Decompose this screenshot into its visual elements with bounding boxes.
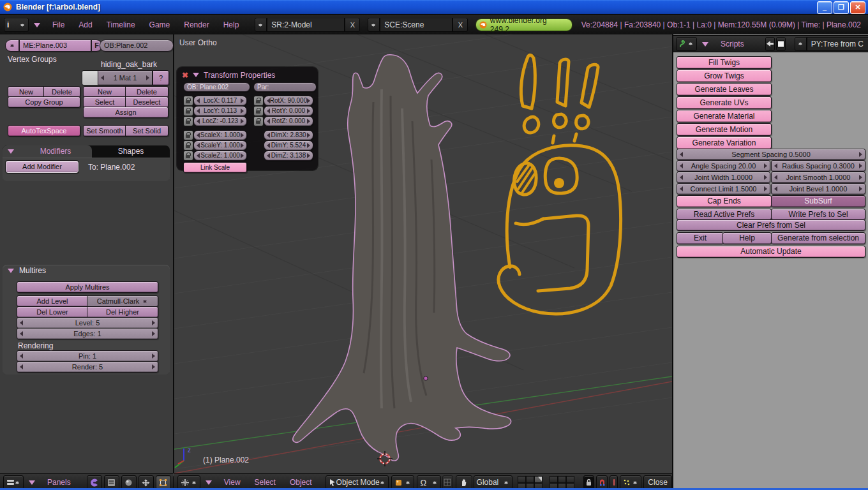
mesh-name-field[interactable]: ME:Plane.003 [19, 40, 91, 52]
multires-panel-header[interactable]: Multires [3, 265, 170, 276]
segment-spacing-slider[interactable]: Segment Spacing 0.5000 [677, 149, 865, 160]
transform-properties-panel[interactable]: ✖ Transform Properties OB: Plane.002 Par… [177, 67, 318, 170]
collapse-triangle-icon[interactable] [29, 480, 35, 488]
roty-slider[interactable]: RotY: 0.000 [264, 106, 313, 116]
screen-name-field[interactable]: SR:2-Model [267, 18, 345, 32]
locy-slider[interactable]: LocY: 0.113 [193, 106, 247, 116]
tab-modifiers[interactable]: Modifiers [19, 145, 92, 158]
slider-left-arrow-icon[interactable] [20, 353, 23, 359]
editor-type-button[interactable] [3, 475, 24, 489]
minimize-button[interactable]: _ [817, 1, 832, 14]
falloff-icon[interactable] [442, 475, 453, 489]
scene-close-button[interactable]: X [453, 18, 468, 32]
editing-buttons-icon[interactable] [156, 475, 171, 489]
slider-right-arrow-icon[interactable] [152, 353, 155, 359]
panel-close-icon[interactable]: ✖ [182, 71, 188, 80]
generate-leaves-button[interactable]: Generate Leaves [677, 83, 772, 96]
render-slider[interactable]: Render: 5 [17, 361, 158, 373]
rotz-slider[interactable]: RotZ: 0.000 [264, 116, 313, 126]
menu-add[interactable]: Add [79, 20, 92, 29]
material-index-slider[interactable]: 1 Mat 1 [98, 70, 153, 85]
proportional-edit-dropdown[interactable]: Ω [417, 475, 440, 489]
logic-buttons-icon[interactable] [87, 475, 102, 489]
mode-dropdown[interactable]: Object Mode [326, 475, 389, 489]
lock-icon[interactable] [183, 106, 193, 116]
assign-button[interactable]: Assign [83, 107, 168, 118]
draw-type-dropdown[interactable] [391, 475, 414, 489]
window-type-button[interactable]: i [4, 18, 29, 32]
apply-multires-button[interactable]: Apply Multires [17, 281, 158, 293]
add-modifier-button[interactable]: Add Modifier [6, 161, 79, 173]
copy-group-button[interactable]: Copy Group [8, 96, 80, 108]
grow-twigs-button[interactable]: Grow Twigs [677, 70, 772, 82]
menu-game[interactable]: Game [149, 20, 170, 29]
link-scale-button[interactable]: Link Scale [183, 162, 247, 173]
radius-spacing-slider[interactable]: Radius Spacing 0.3000 [771, 160, 865, 172]
manipulator-hand-icon[interactable] [456, 475, 472, 489]
lock-icon[interactable] [253, 96, 264, 106]
joint-smooth-slider[interactable]: Joint Smooth 1.0000 [771, 172, 865, 183]
scripts-window[interactable]: Scripts PY:Tree from C Fill Twigs Grow T… [672, 34, 868, 490]
lock-icon[interactable] [253, 116, 264, 126]
angle-spacing-slider[interactable]: Angle Spacing 20.00 [677, 160, 770, 172]
transform-par-field[interactable]: Par: [253, 82, 317, 92]
panel-collapse-button[interactable] [3, 145, 19, 158]
generate-variation-button[interactable]: Generate Variation [677, 137, 772, 149]
menu-file[interactable]: File [52, 20, 64, 29]
particle-dots-dropdown[interactable] [620, 475, 641, 489]
connect-limit-slider[interactable]: Connect Limit 1.5000 [677, 183, 770, 195]
subdiv-type-dropdown[interactable]: Catmull-Clark [87, 295, 158, 307]
script-selector[interactable]: PY:Tree from C [795, 37, 868, 51]
lock-icon[interactable] [183, 116, 193, 126]
buttons-window[interactable]: ME:Plane.003 F OB:Plane.002 Vertex Group… [0, 34, 174, 473]
editor-type-button[interactable] [676, 37, 697, 51]
clear-prefs-button[interactable]: Clear Prefs from Sel [677, 219, 865, 231]
material-color-swatch[interactable] [82, 70, 98, 85]
pin-slider[interactable]: Pin: 1 [17, 350, 158, 362]
lock-icon[interactable] [183, 96, 193, 106]
set-solid-button[interactable]: Set Solid [125, 125, 168, 137]
dimx-slider[interactable]: DimX: 2.830 [264, 130, 313, 140]
add-level-button[interactable]: Add Level [17, 295, 88, 307]
cap-ends-toggle[interactable]: Cap Ends [677, 195, 772, 207]
automatic-update-button[interactable]: Automatic Update [677, 246, 865, 258]
scene-selector[interactable]: SCE:Scene X [368, 18, 468, 32]
slider-right-arrow-icon[interactable] [152, 364, 155, 369]
restore-button[interactable]: ❐ [834, 1, 849, 14]
slider-right-arrow-icon[interactable] [152, 320, 155, 325]
titlebar[interactable]: Blender [f:\arbol.blend] _ ❐ ✕ [0, 0, 868, 14]
menu-render[interactable]: Render [184, 20, 209, 29]
new-script-icon[interactable] [776, 37, 786, 51]
lock-to-scene-icon[interactable] [583, 475, 594, 489]
slider-left-arrow-icon[interactable] [20, 364, 23, 369]
menu-help[interactable]: Help [223, 20, 239, 29]
transform-ob-field[interactable]: OB: Plane.002 [183, 82, 250, 92]
editor-type-button[interactable] [177, 475, 200, 489]
rotx-slider[interactable]: RotX: 90.000 [264, 96, 313, 106]
del-lower-button[interactable]: Del Lower [17, 306, 88, 318]
script-name-field[interactable]: PY:Tree from C [807, 37, 868, 51]
tab-shapes[interactable]: Shapes [92, 145, 170, 158]
script-buttons-icon[interactable] [104, 475, 119, 489]
scalez-slider[interactable]: ScaleZ: 1.000 [193, 151, 247, 161]
del-higher-button[interactable]: Del Higher [87, 306, 158, 318]
help-button[interactable]: Help [722, 232, 772, 244]
close-script-button[interactable]: Close [643, 475, 672, 489]
back-arrow-icon[interactable] [765, 37, 775, 51]
locz-slider[interactable]: LocZ: -0.123 [193, 116, 247, 126]
exit-button[interactable]: Exit [677, 232, 724, 244]
material-help-button[interactable]: ? [153, 70, 169, 85]
transform-panel-header[interactable]: ✖ Transform Properties [182, 70, 275, 80]
generate-from-selection-button[interactable]: Generate from selection [771, 232, 865, 244]
layer-buttons-group-1[interactable] [518, 476, 548, 489]
layer-buttons-group-2[interactable] [550, 476, 580, 489]
subsurf-toggle[interactable]: SubSurf [771, 195, 865, 207]
menu-view[interactable]: View [224, 478, 241, 487]
menu-panels[interactable]: Panels [47, 478, 71, 487]
collapse-triangle-icon[interactable] [702, 42, 708, 50]
lock-icon[interactable] [183, 151, 193, 161]
scalex-slider[interactable]: ScaleX: 1.000 [193, 130, 247, 140]
slider-right-arrow-icon[interactable] [146, 75, 149, 80]
menu-select[interactable]: Select [255, 478, 276, 487]
write-prefs-button[interactable]: Write Prefs to Sel [771, 209, 865, 220]
